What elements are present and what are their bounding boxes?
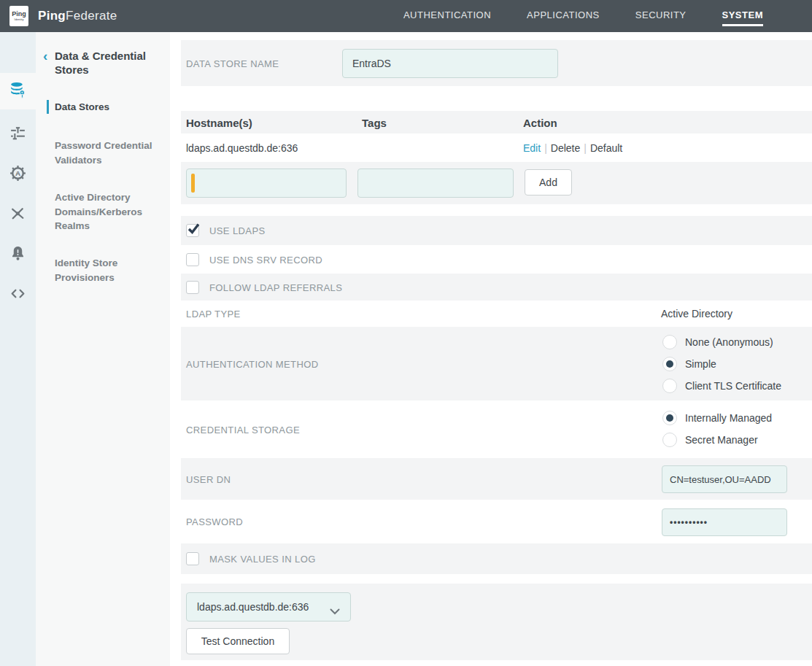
hostname-dropdown[interactable]: ldaps.ad.questdb.de:636	[186, 592, 351, 622]
nav-security[interactable]: SECURITY	[635, 7, 687, 26]
ldap-type-value: Active Directory	[661, 308, 732, 320]
credential-storage-label: CREDENTIAL STORAGE	[186, 424, 300, 435]
use-ldaps-checkbox[interactable]	[186, 224, 199, 237]
sidebar-item-data-stores[interactable]: Data Stores	[55, 100, 163, 115]
secret-manager-radio[interactable]	[662, 433, 677, 447]
secret-manager-label: Secret Manager	[685, 434, 758, 446]
new-tags-input[interactable]	[357, 169, 514, 198]
follow-ldap-referrals-row: FOLLOW LDAP REFERRALS	[181, 274, 812, 301]
data-store-name-row: DATA STORE NAME	[181, 40, 812, 86]
main-content: DATA STORE NAME Hostname(s) Tags Action …	[181, 32, 812, 666]
edit-link[interactable]: Edit	[523, 142, 541, 154]
delete-link[interactable]: Delete	[551, 142, 580, 154]
hostnames-table-header: Hostname(s) Tags Action	[181, 111, 812, 133]
internally-managed-radio[interactable]	[662, 411, 677, 425]
action-separator: |	[541, 142, 551, 154]
use-dns-srv-label: USE DNS SRV RECORD	[209, 254, 322, 265]
gear-a-icon[interactable]: A	[9, 164, 27, 182]
product-title-light: Federate	[66, 9, 117, 23]
ldap-type-label: LDAP TYPE	[186, 309, 241, 320]
password-input[interactable]	[662, 508, 787, 536]
data-store-name-input[interactable]	[342, 49, 558, 78]
hostname-cell: ldaps.ad.questdb.de:636	[186, 142, 298, 154]
sidebar-item-identity-store-provisioners[interactable]: Identity Store Provisioners	[55, 256, 163, 284]
text-caret	[191, 174, 195, 193]
logo-text: Ping	[12, 11, 26, 18]
svg-text:A: A	[15, 169, 20, 177]
nav-applications[interactable]: APPLICATIONS	[527, 7, 600, 26]
follow-ldap-referrals-checkbox[interactable]	[186, 281, 199, 294]
password-label: PASSWORD	[186, 516, 243, 527]
user-dn-label: USER DN	[186, 473, 231, 484]
icon-rail: A	[0, 32, 36, 666]
radio-option-secret-manager[interactable]: Secret Manager	[662, 429, 772, 451]
sidebar-title: Data & Credential Stores	[55, 50, 157, 77]
active-item-bar	[47, 100, 49, 114]
default-link[interactable]: Default	[590, 142, 622, 154]
table-row: ldaps.ad.questdb.de:636 Edit|Delete|Defa…	[181, 133, 812, 162]
radio-option-internally-managed[interactable]: Internally Managed	[662, 407, 772, 429]
use-dns-srv-checkbox[interactable]	[186, 253, 199, 266]
follow-ldap-referrals-label: FOLLOW LDAP REFERRALS	[209, 282, 342, 293]
use-ldaps-row: USE LDAPS	[181, 216, 812, 245]
authentication-method-options: None (Anonymous) Simple Client TLS Certi…	[662, 327, 781, 397]
radio-option-simple[interactable]: Simple	[662, 353, 781, 375]
internally-managed-label: Internally Managed	[685, 412, 772, 424]
sidebar-item-password-credential-validators[interactable]: Password Credential Validators	[55, 139, 163, 167]
user-dn-input[interactable]	[662, 465, 787, 493]
nav-system[interactable]: SYSTEM	[722, 7, 763, 26]
column-tags: Tags	[362, 116, 387, 128]
use-ldaps-label: USE LDAPS	[209, 225, 266, 236]
top-header: Ping Identity PingFederate AUTHENTICATIO…	[0, 0, 812, 32]
nav-authentication[interactable]: AUTHENTICATION	[403, 7, 491, 26]
credential-storage-options: Internally Managed Secret Manager	[662, 400, 772, 451]
password-row: PASSWORD	[181, 500, 812, 543]
action-separator: |	[580, 142, 590, 154]
use-dns-srv-row: USE DNS SRV RECORD	[181, 245, 812, 274]
secondary-sidebar: ‹ Data & Credential Stores Data Stores P…	[36, 32, 170, 666]
test-connection-button[interactable]: Test Connection	[186, 628, 290, 654]
none-anonymous-radio[interactable]	[662, 335, 677, 349]
back-chevron-icon[interactable]: ‹	[43, 50, 53, 64]
code-brackets-icon[interactable]	[9, 284, 27, 303]
chevron-down-icon	[330, 605, 340, 618]
mask-values-label: MASK VALUES IN LOG	[209, 554, 316, 565]
action-cell: Edit|Delete|Default	[523, 142, 622, 154]
mask-values-row: MASK VALUES IN LOG	[181, 543, 812, 574]
authentication-method-row: AUTHENTICATION METHOD None (Anonymous) S…	[181, 327, 812, 400]
user-dn-row: USER DN	[181, 458, 812, 500]
data-store-name-label: DATA STORE NAME	[186, 58, 279, 69]
sliders-icon[interactable]	[9, 124, 27, 142]
simple-label: Simple	[685, 358, 716, 370]
ping-identity-logo: Ping Identity	[9, 6, 28, 26]
database-key-icon[interactable]	[9, 81, 27, 99]
column-hostnames: Hostname(s)	[186, 116, 252, 128]
mask-values-checkbox[interactable]	[186, 552, 199, 565]
ldap-type-row: LDAP TYPE Active Directory	[181, 301, 812, 327]
test-connection-section: ldaps.ad.questdb.de:636 Test Connection	[181, 584, 812, 660]
logo-subtext: Identity	[15, 18, 24, 21]
new-hostname-input[interactable]	[186, 169, 347, 198]
client-tls-certificate-label: Client TLS Certificate	[685, 380, 781, 392]
column-action: Action	[523, 116, 557, 128]
authentication-method-label: AUTHENTICATION METHOD	[186, 358, 319, 369]
add-hostname-row: Add	[181, 162, 812, 204]
none-anonymous-label: None (Anonymous)	[685, 336, 773, 348]
simple-radio[interactable]	[662, 357, 677, 371]
main-nav: AUTHENTICATION APPLICATIONS SECURITY SYS…	[403, 0, 812, 32]
hostname-dropdown-value: ldaps.ad.questdb.de:636	[197, 601, 309, 613]
client-tls-certificate-radio[interactable]	[662, 379, 677, 393]
sidebar-item-ad-domains-kerberos-realms[interactable]: Active Directory Domains/Kerberos Realms	[55, 190, 163, 233]
add-button[interactable]: Add	[525, 169, 572, 195]
product-title: PingFederate	[38, 0, 117, 32]
new-hostname-field-wrap	[186, 169, 347, 198]
alert-bell-icon[interactable]	[9, 244, 27, 263]
radio-option-none-anonymous[interactable]: None (Anonymous)	[662, 331, 781, 353]
node-connections-icon[interactable]	[9, 204, 27, 222]
credential-storage-row: CREDENTIAL STORAGE Internally Managed Se…	[181, 400, 812, 458]
radio-option-client-tls-certificate[interactable]: Client TLS Certificate	[662, 375, 781, 397]
product-title-bold: Ping	[38, 9, 66, 23]
